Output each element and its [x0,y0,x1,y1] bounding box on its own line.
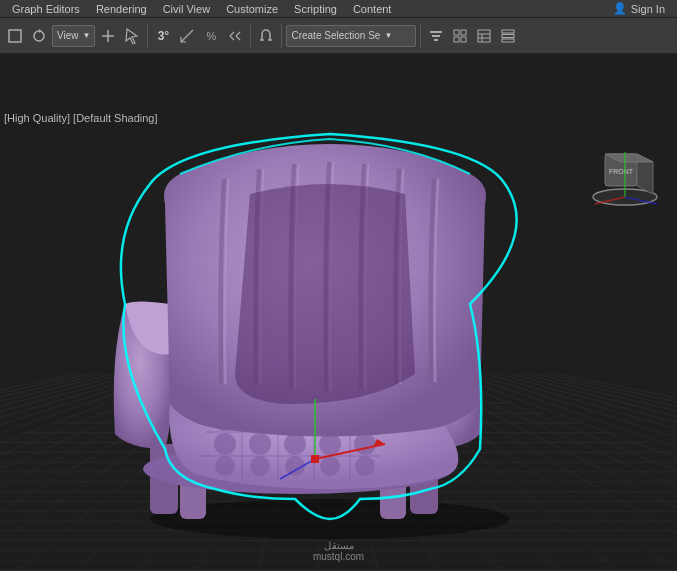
svg-point-33 [215,456,235,476]
toolbar-grid-icon[interactable] [449,25,471,47]
svg-marker-2 [126,29,137,44]
svg-rect-15 [502,34,514,37]
sign-in-button[interactable]: 👤 Sign In [605,2,673,15]
create-selection-arrow: ▼ [384,31,392,40]
svg-rect-16 [502,39,514,42]
menu-graph-editors[interactable]: Graph Editors [4,0,88,17]
svg-rect-10 [478,30,490,42]
svg-point-28 [214,433,236,455]
viewport[interactable]: [High Quality] [Default Shading] [0,54,677,570]
watermark: مستقل mustql.com [313,540,364,562]
svg-point-30 [284,433,306,455]
menu-civil-view[interactable]: Civil View [155,0,218,17]
svg-rect-7 [461,30,466,35]
svg-rect-9 [461,37,466,42]
view-dropdown-arrow: ▼ [83,31,91,40]
svg-rect-3 [430,31,442,33]
toolbar-filter-icon[interactable] [425,25,447,47]
svg-text:FRONT: FRONT [609,168,634,175]
svg-point-36 [320,456,340,476]
toolbar-arrows-icon[interactable] [224,25,246,47]
toolbar-percent-icon[interactable]: % [200,25,222,47]
view-dropdown[interactable]: View ▼ [52,25,95,47]
toolbar-rotate-icon[interactable] [28,25,50,47]
toolbar-table-icon[interactable] [473,25,495,47]
menu-scripting[interactable]: Scripting [286,0,345,17]
toolbar-cursor-icon[interactable] [121,25,143,47]
svg-point-37 [355,456,375,476]
create-selection-dropdown[interactable]: Create Selection Se ▼ [286,25,416,47]
orientation-gizmo[interactable]: FRONT [585,142,665,212]
toolbar-separator-4 [420,24,421,48]
toolbar-transform-icon[interactable]: 3° [152,25,174,47]
toolbar: View ▼ 3° % Create Selection Se ▼ [0,18,677,54]
menu-content[interactable]: Content [345,0,400,17]
user-icon: 👤 [613,2,627,15]
svg-point-34 [250,456,270,476]
toolbar-move-icon[interactable] [97,25,119,47]
svg-rect-8 [454,37,459,42]
toolbar-separator-2 [250,24,251,48]
toolbar-magnet-icon[interactable] [255,25,277,47]
svg-rect-0 [9,30,21,42]
toolbar-separator-3 [281,24,282,48]
toolbar-separator-1 [147,24,148,48]
transform-label: 3° [158,29,169,43]
svg-rect-6 [454,30,459,35]
menu-customize[interactable]: Customize [218,0,286,17]
svg-point-32 [354,433,376,455]
svg-rect-5 [434,39,438,41]
svg-rect-48 [311,455,319,463]
svg-rect-4 [432,35,440,37]
svg-rect-14 [502,30,514,33]
svg-point-29 [249,433,271,455]
toolbar-scale-icon[interactable] [176,25,198,47]
menu-bar: Graph Editors Rendering Civil View Custo… [0,0,677,18]
toolbar-layers-icon[interactable] [497,25,519,47]
toolbar-select-icon[interactable] [4,25,26,47]
menu-rendering[interactable]: Rendering [88,0,155,17]
chair-object [50,104,610,544]
